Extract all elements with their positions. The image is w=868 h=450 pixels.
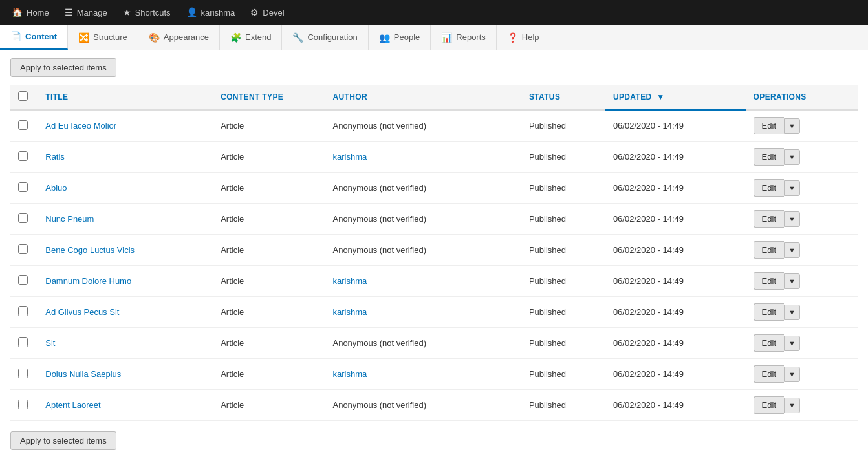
content-nav-icon: 📄 bbox=[10, 31, 21, 41]
top-nav-item-shortcuts[interactable]: ★Shortcuts bbox=[116, 0, 177, 25]
edit-dropdown-button[interactable]: ▼ bbox=[784, 118, 800, 134]
second-nav-item-configuration[interactable]: 🔧Configuration bbox=[282, 25, 368, 50]
row-checkbox-2[interactable] bbox=[18, 182, 28, 192]
second-nav-item-structure[interactable]: 🔀Structure bbox=[68, 25, 138, 50]
content-title-link[interactable]: Aptent Laoreet bbox=[45, 400, 100, 410]
edit-dropdown-button[interactable]: ▼ bbox=[784, 305, 800, 320]
row-checkbox-9[interactable] bbox=[18, 400, 28, 409]
content-title-link[interactable]: Dolus Nulla Saepius bbox=[45, 369, 121, 379]
row-checkbox-0[interactable] bbox=[18, 120, 28, 130]
second-nav-item-help[interactable]: ❓Help bbox=[497, 25, 550, 50]
edit-button[interactable]: Edit bbox=[754, 148, 784, 166]
row-checkbox-1[interactable] bbox=[18, 151, 28, 161]
content-type-text: Article bbox=[221, 214, 244, 224]
second-nav-item-reports[interactable]: 📊Reports bbox=[431, 25, 497, 50]
top-nav-item-devel[interactable]: ⚙Devel bbox=[244, 0, 290, 25]
status-column-header[interactable]: STATUS bbox=[521, 85, 605, 110]
second-nav-item-content[interactable]: 📄Content bbox=[0, 25, 68, 50]
edit-button[interactable]: Edit bbox=[754, 117, 784, 134]
edit-dropdown-button[interactable]: ▼ bbox=[784, 180, 800, 196]
table-row: Dolus Nulla Saepius Article karishma Pub… bbox=[10, 359, 858, 390]
content-title-link[interactable]: Bene Cogo Luctus Vicis bbox=[45, 245, 135, 255]
edit-button[interactable]: Edit bbox=[754, 272, 784, 290]
second-nav-label-appearance: Appearance bbox=[164, 32, 209, 42]
updated-text: 06/02/2020 - 14:49 bbox=[613, 400, 684, 410]
edit-button[interactable]: Edit bbox=[754, 334, 784, 352]
row-title-cell: Aptent Laoreet bbox=[38, 390, 213, 421]
updated-text: 06/02/2020 - 14:49 bbox=[613, 152, 684, 162]
edit-dropdown-button[interactable]: ▼ bbox=[784, 398, 800, 413]
row-checkbox-8[interactable] bbox=[18, 369, 28, 378]
people-nav-icon: 👥 bbox=[379, 32, 390, 43]
row-updated-cell: 06/02/2020 - 14:49 bbox=[605, 328, 746, 359]
row-checkbox-cell bbox=[10, 142, 38, 173]
edit-button[interactable]: Edit bbox=[754, 396, 784, 414]
row-checkbox-4[interactable] bbox=[18, 244, 28, 254]
help-nav-icon: ❓ bbox=[507, 32, 518, 43]
status-text: Published bbox=[529, 121, 566, 131]
updated-text: 06/02/2020 - 14:49 bbox=[613, 245, 684, 255]
table-row: Abluo Article Anonymous (not verified) P… bbox=[10, 173, 858, 204]
content-type-column-header[interactable]: CONTENT TYPE bbox=[213, 85, 325, 110]
title-column-header[interactable]: TITLE bbox=[38, 85, 213, 110]
edit-button[interactable]: Edit bbox=[754, 179, 784, 197]
author-link[interactable]: karishma bbox=[332, 307, 367, 317]
content-type-text: Article bbox=[221, 276, 244, 286]
table-row: Ad Eu Iaceo Molior Article Anonymous (no… bbox=[10, 110, 858, 142]
row-checkbox-cell bbox=[10, 235, 38, 266]
table-row: Aptent Laoreet Article Anonymous (not ve… bbox=[10, 390, 858, 421]
content-title-link[interactable]: Ratis bbox=[45, 152, 65, 162]
content-title-link[interactable]: Ad Eu Iaceo Molior bbox=[45, 121, 116, 131]
top-nav-label-manage: Manage bbox=[77, 8, 107, 17]
second-nav-item-extend[interactable]: 🧩Extend bbox=[220, 25, 282, 50]
row-type-cell: Article bbox=[213, 359, 325, 390]
author-link[interactable]: karishma bbox=[332, 152, 367, 162]
edit-dropdown-button[interactable]: ▼ bbox=[784, 242, 800, 258]
edit-button[interactable]: Edit bbox=[754, 365, 784, 383]
second-nav-item-people[interactable]: 👥People bbox=[369, 25, 431, 50]
top-nav-item-home[interactable]: 🏠Home bbox=[5, 0, 56, 25]
content-title-link[interactable]: Nunc Pneum bbox=[45, 214, 94, 224]
top-nav-item-manage[interactable]: ☰Manage bbox=[58, 0, 114, 25]
updated-text: 06/02/2020 - 14:49 bbox=[613, 338, 684, 348]
content-type-text: Article bbox=[221, 400, 244, 410]
author-column-header[interactable]: AUTHOR bbox=[325, 85, 521, 110]
row-updated-cell: 06/02/2020 - 14:49 bbox=[605, 110, 746, 142]
select-all-checkbox[interactable] bbox=[18, 91, 28, 101]
apply-selected-bottom-button[interactable]: Apply to selected items bbox=[10, 431, 116, 450]
row-checkbox-6[interactable] bbox=[18, 306, 28, 316]
row-status-cell: Published bbox=[521, 110, 605, 142]
row-title-cell: Ad Eu Iaceo Molior bbox=[38, 110, 213, 142]
edit-dropdown-button[interactable]: ▼ bbox=[784, 273, 800, 289]
edit-dropdown-button[interactable]: ▼ bbox=[784, 211, 800, 227]
edit-button[interactable]: Edit bbox=[754, 241, 784, 259]
content-title-link[interactable]: Damnum Dolore Humo bbox=[45, 276, 131, 286]
status-text: Published bbox=[529, 369, 566, 379]
row-checkbox-cell bbox=[10, 328, 38, 359]
row-type-cell: Article bbox=[213, 297, 325, 328]
apply-selected-top-button[interactable]: Apply to selected items bbox=[10, 58, 116, 77]
row-checkbox-7[interactable] bbox=[18, 338, 28, 347]
edit-dropdown-button[interactable]: ▼ bbox=[784, 336, 800, 351]
second-nav-item-appearance[interactable]: 🎨Appearance bbox=[138, 25, 220, 50]
edit-dropdown-button[interactable]: ▼ bbox=[784, 367, 800, 382]
row-checkbox-cell bbox=[10, 110, 38, 142]
content-title-link[interactable]: Sit bbox=[45, 338, 55, 348]
author-link[interactable]: karishma bbox=[332, 276, 367, 286]
top-nav-item-karishma[interactable]: 👤karishma bbox=[180, 0, 242, 25]
row-status-cell: Published bbox=[521, 204, 605, 235]
top-navigation: 🏠Home☰Manage★Shortcuts👤karishma⚙Devel bbox=[0, 0, 868, 25]
row-type-cell: Article bbox=[213, 266, 325, 297]
author-link[interactable]: karishma bbox=[332, 369, 367, 379]
row-status-cell: Published bbox=[521, 173, 605, 204]
edit-button[interactable]: Edit bbox=[754, 303, 784, 321]
table-row: Sit Article Anonymous (not verified) Pub… bbox=[10, 328, 858, 359]
updated-text: 06/02/2020 - 14:49 bbox=[613, 276, 684, 286]
content-title-link[interactable]: Abluo bbox=[45, 183, 67, 193]
edit-dropdown-button[interactable]: ▼ bbox=[784, 149, 800, 165]
row-checkbox-3[interactable] bbox=[18, 213, 28, 223]
edit-button[interactable]: Edit bbox=[754, 210, 784, 228]
row-checkbox-5[interactable] bbox=[18, 275, 28, 285]
content-title-link[interactable]: Ad Gilvus Pecus Sit bbox=[45, 307, 119, 317]
updated-column-header[interactable]: UPDATED ▼ bbox=[605, 85, 746, 110]
